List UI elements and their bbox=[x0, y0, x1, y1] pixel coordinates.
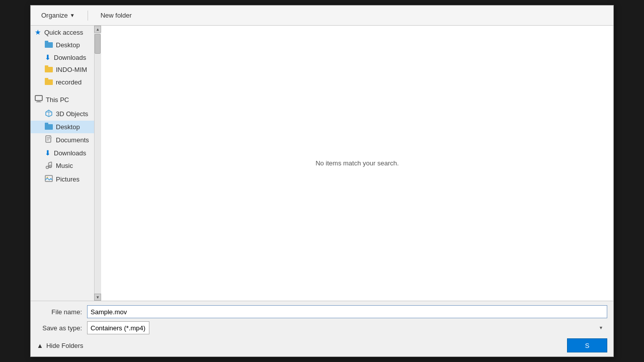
recorded-label: recorded bbox=[56, 78, 82, 86]
hide-folders-chevron: ▲ bbox=[37, 342, 43, 349]
toolbar: Organize ▼ New folder bbox=[31, 6, 613, 26]
scroll-down-button[interactable]: ▼ bbox=[94, 294, 101, 301]
sidebar-item-indo-mim[interactable]: INDO-MIM bbox=[31, 63, 94, 76]
svg-rect-1 bbox=[45, 41, 48, 43]
quick-access-label: Quick access bbox=[44, 29, 83, 36]
downloads-label: Downloads bbox=[54, 54, 86, 61]
action-row: ▲ Hide Folders S bbox=[37, 338, 607, 352]
save-as-type-label: Save as type: bbox=[37, 324, 87, 332]
main-area: ★ Quick access Desktop ⬇ Downloads bbox=[31, 26, 613, 301]
scroll-thumb[interactable] bbox=[95, 34, 101, 54]
sidebar-item-music[interactable]: Music bbox=[31, 159, 94, 172]
folder-yellow-icon bbox=[45, 65, 53, 74]
savetype-row: Save as type: Containers (*.mp4) bbox=[37, 321, 607, 334]
toolbar-divider bbox=[88, 11, 88, 21]
svg-rect-17 bbox=[47, 140, 49, 140]
svg-rect-3 bbox=[45, 65, 48, 67]
this-pc-label: This PC bbox=[46, 96, 69, 104]
save-label: S bbox=[585, 342, 590, 349]
svg-rect-12 bbox=[45, 124, 53, 130]
save-dialog: Organize ▼ New folder ★ Quick access Des bbox=[30, 5, 614, 357]
svg-rect-15 bbox=[47, 137, 50, 138]
bottom-area: File name: Save as type: Containers (*.m… bbox=[31, 301, 613, 356]
new-folder-label: New folder bbox=[101, 12, 132, 19]
svg-rect-0 bbox=[45, 42, 53, 48]
dialog-buttons: S bbox=[567, 338, 607, 352]
star-icon: ★ bbox=[35, 28, 41, 36]
download-icon: ⬇ bbox=[45, 53, 51, 61]
sidebar-item-downloads2[interactable]: ⬇ Downloads bbox=[31, 147, 94, 159]
save-as-type-select[interactable]: Containers (*.mp4) bbox=[87, 321, 149, 334]
empty-message: No items match your search. bbox=[315, 159, 398, 167]
music-label: Music bbox=[56, 162, 73, 169]
scroll-up-button[interactable]: ▲ bbox=[94, 26, 101, 33]
sidebar: ★ Quick access Desktop ⬇ Downloads bbox=[31, 26, 94, 301]
svg-rect-5 bbox=[45, 78, 48, 80]
desktop2-label: Desktop bbox=[56, 123, 80, 131]
organize-button[interactable]: Organize ▼ bbox=[37, 9, 79, 22]
filename-row: File name: bbox=[37, 305, 607, 318]
downloads2-label: Downloads bbox=[54, 149, 86, 157]
sidebar-item-downloads[interactable]: ⬇ Downloads bbox=[31, 51, 94, 63]
organize-label: Organize bbox=[41, 12, 68, 19]
music-icon bbox=[45, 161, 53, 170]
svg-rect-8 bbox=[36, 102, 41, 103]
sidebar-item-3d-objects[interactable]: 3D Objects bbox=[31, 107, 94, 121]
3d-objects-icon bbox=[45, 109, 53, 119]
download2-icon: ⬇ bbox=[45, 149, 51, 157]
sidebar-item-this-pc[interactable]: This PC bbox=[31, 93, 94, 107]
hide-folders-button[interactable]: ▲ Hide Folders bbox=[37, 342, 84, 349]
svg-rect-7 bbox=[37, 101, 40, 102]
svg-rect-4 bbox=[45, 79, 53, 85]
sidebar-item-desktop2[interactable]: Desktop bbox=[31, 121, 94, 133]
sidebar-item-documents[interactable]: Documents bbox=[31, 133, 94, 147]
folder-yellow2-icon bbox=[45, 78, 53, 86]
sidebar-scrollbar: ▲ ▼ bbox=[94, 26, 101, 301]
3d-objects-label: 3D Objects bbox=[56, 110, 88, 118]
sidebar-item-desktop[interactable]: Desktop bbox=[31, 39, 94, 51]
documents-label: Documents bbox=[56, 136, 89, 144]
save-as-type-wrapper: Containers (*.mp4) bbox=[87, 321, 607, 334]
desktop-label: Desktop bbox=[56, 41, 80, 49]
pc-icon bbox=[35, 95, 43, 105]
folder-blue2-icon bbox=[45, 123, 53, 131]
svg-rect-13 bbox=[45, 123, 48, 125]
file-name-label: File name: bbox=[37, 308, 87, 316]
sidebar-item-recorded[interactable]: recorded bbox=[31, 76, 94, 88]
new-folder-button[interactable]: New folder bbox=[96, 9, 136, 22]
sidebar-item-quick-access[interactable]: ★ Quick access bbox=[31, 26, 94, 39]
folder-blue-icon bbox=[45, 41, 53, 49]
content-area: No items match your search. bbox=[101, 26, 613, 301]
svg-line-24 bbox=[49, 162, 52, 163]
hide-folders-label: Hide Folders bbox=[46, 342, 84, 349]
pictures-icon bbox=[45, 174, 53, 184]
documents-icon bbox=[45, 135, 53, 145]
sidebar-item-pictures[interactable]: Pictures bbox=[31, 172, 94, 186]
save-button[interactable]: S bbox=[567, 338, 607, 352]
file-name-input[interactable] bbox=[87, 305, 607, 318]
svg-rect-16 bbox=[47, 139, 50, 139]
svg-rect-6 bbox=[35, 96, 42, 101]
pictures-label: Pictures bbox=[56, 175, 79, 183]
organize-chevron: ▼ bbox=[70, 13, 75, 18]
svg-rect-2 bbox=[45, 67, 53, 72]
indo-mim-label: INDO-MIM bbox=[56, 66, 87, 73]
sidebar-container: ★ Quick access Desktop ⬇ Downloads bbox=[31, 26, 101, 301]
